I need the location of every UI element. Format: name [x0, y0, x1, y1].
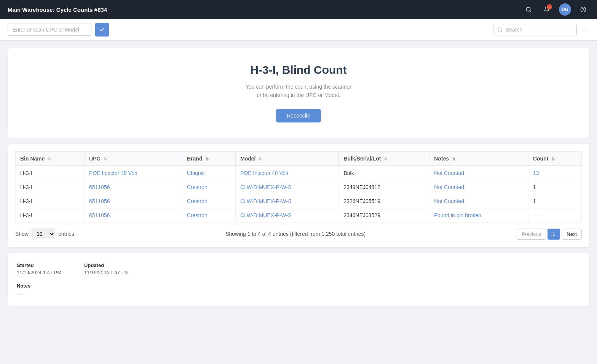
- svg-point-4: [498, 28, 501, 31]
- notification-button[interactable]: 2: [541, 3, 553, 16]
- updated-value: 11/19/2024 1:47 PM: [84, 270, 129, 275]
- model-link[interactable]: CLW-DIMUEX-P-W-S: [240, 212, 292, 218]
- table-row: H-3-I 6511056 Crestron CLW-DIMUEX-P-W-S …: [16, 208, 582, 222]
- model-link[interactable]: POE Injector 48 Volt: [240, 170, 288, 176]
- pagination-row: Show 10 25 50 100 entries Showing 1 to 4…: [15, 229, 582, 240]
- brand-cell: Crestron: [182, 208, 236, 222]
- col-bulk-serial-lot[interactable]: Bulk/Serial/Lot ⇅: [339, 151, 429, 166]
- confirm-button[interactable]: [95, 23, 109, 37]
- brand-link[interactable]: Crestron: [187, 184, 208, 190]
- count-cell: 13: [528, 166, 581, 180]
- toolbar: ···: [0, 19, 597, 41]
- upc-cell: 6511056: [85, 194, 182, 208]
- bin-name-cell: H-3-I: [16, 208, 85, 222]
- col-bin-name[interactable]: Bin Name ⇅: [16, 151, 85, 166]
- notes-link[interactable]: Not Counted: [434, 184, 464, 190]
- footer-meta-row: Started 11/19/2024 1:47 PM Updated 11/19…: [17, 262, 580, 275]
- started-value: 11/19/2024 1:47 PM: [17, 270, 61, 275]
- reconcile-button[interactable]: Reconcile: [276, 109, 321, 122]
- count-cell: 1: [533, 184, 536, 190]
- table-row: H-3-I 6511056 Crestron CLW-DIMUEX-P-W-S …: [16, 180, 582, 194]
- hero-title: H-3-I, Blind Count: [15, 64, 582, 76]
- hero-card: H-3-I, Blind Count You can perform the c…: [8, 48, 589, 138]
- notes-cell: Not Counted: [429, 166, 528, 180]
- count-cell: 1: [533, 198, 536, 204]
- col-notes[interactable]: Notes ⇅: [429, 151, 528, 166]
- upc-cell: 6511056: [85, 180, 182, 194]
- started-label: Started: [17, 262, 61, 268]
- notes-link[interactable]: Not Counted: [434, 198, 464, 204]
- brand-cell: Crestron: [182, 194, 236, 208]
- upc-link[interactable]: 6511056: [89, 184, 110, 190]
- upc-link[interactable]: 6511056: [89, 198, 110, 204]
- upc-cell: POE Injector 48 Volt: [85, 166, 182, 180]
- bin-name-cell: H-3-I: [16, 166, 85, 180]
- scan-input[interactable]: [8, 24, 91, 36]
- nav-icons: 2 DG: [522, 3, 589, 16]
- notification-badge: 2: [547, 4, 552, 10]
- pagination-buttons: Previous 1 Next: [517, 229, 582, 240]
- pagination-info: Showing 1 to 4 of 4 entries (filtered fr…: [225, 231, 366, 237]
- page-1-button[interactable]: 1: [548, 229, 560, 240]
- model-link[interactable]: CLW-DIMUEX-P-W-S: [240, 198, 292, 204]
- sort-icon-brand: ⇅: [205, 157, 209, 161]
- col-model[interactable]: Model ⇅: [236, 151, 339, 166]
- page-title: Main Warehouse: Cycle Counts #834: [8, 6, 522, 13]
- brand-cell: Crestron: [182, 180, 236, 194]
- search-box: [493, 24, 577, 35]
- count-link[interactable]: 13: [533, 170, 539, 176]
- upc-link[interactable]: 6511056: [89, 212, 110, 218]
- search-icon: [497, 27, 503, 32]
- previous-page-button[interactable]: Previous: [517, 229, 546, 240]
- started-block: Started 11/19/2024 1:47 PM: [17, 262, 61, 275]
- table-header-row: Bin Name ⇅ UPC ⇅ Brand ⇅ Model ⇅: [16, 151, 582, 166]
- bulk-serial-cell: 2349NEJ04812: [339, 180, 429, 194]
- search-icon-button[interactable]: [522, 3, 535, 16]
- brand-link[interactable]: Crestron: [187, 198, 208, 204]
- count-cell: —: [533, 212, 538, 218]
- bulk-serial-cell: 2326NEJ05519: [339, 194, 429, 208]
- count-cell: —: [528, 208, 581, 222]
- bulk-serial-cell: Bulk: [339, 166, 429, 180]
- col-count[interactable]: Count ⇅: [528, 151, 581, 166]
- col-brand[interactable]: Brand ⇅: [182, 151, 236, 166]
- model-cell: CLW-DIMUEX-P-W-S: [236, 180, 339, 194]
- notes-cell: Found in bin broken.: [429, 208, 528, 222]
- footer-card: Started 11/19/2024 1:47 PM Updated 11/19…: [8, 253, 589, 306]
- svg-line-5: [501, 31, 502, 32]
- notes-link[interactable]: Not Counted: [434, 170, 464, 176]
- count-cell: 1: [528, 194, 581, 208]
- bin-name-cell: H-3-I: [16, 180, 85, 194]
- table-card: Bin Name ⇅ UPC ⇅ Brand ⇅ Model ⇅: [8, 144, 589, 247]
- hero-subtitle: You can perform the count using the scan…: [15, 83, 582, 100]
- bulk-serial-cell: 2346NEJ03529: [339, 208, 429, 222]
- notes-link[interactable]: Found in bin broken.: [434, 212, 483, 218]
- brand-link[interactable]: Ubiquiti: [187, 170, 205, 176]
- upc-link[interactable]: POE Injector 48 Volt: [89, 170, 137, 176]
- entries-select[interactable]: 10 25 50 100: [32, 229, 55, 239]
- avatar[interactable]: DG: [559, 3, 571, 16]
- show-entries: Show 10 25 50 100 entries: [15, 229, 74, 239]
- more-options-button[interactable]: ···: [581, 26, 589, 34]
- table-row: H-3-I 6511056 Crestron CLW-DIMUEX-P-W-S …: [16, 194, 582, 208]
- model-cell: POE Injector 48 Volt: [236, 166, 339, 180]
- brand-link[interactable]: Crestron: [187, 212, 208, 218]
- svg-line-1: [530, 11, 531, 12]
- model-cell: CLW-DIMUEX-P-W-S: [236, 208, 339, 222]
- notes-cell: Not Counted: [429, 180, 528, 194]
- search-input[interactable]: [506, 27, 573, 33]
- count-cell: 1: [528, 180, 581, 194]
- col-upc[interactable]: UPC ⇅: [85, 151, 182, 166]
- sort-icon-notes: ⇅: [452, 157, 455, 161]
- upc-cell: 6511056: [85, 208, 182, 222]
- model-link[interactable]: CLW-DIMUEX-P-W-S: [240, 184, 292, 190]
- sort-icon-bulk: ⇅: [384, 157, 387, 161]
- next-page-button[interactable]: Next: [562, 229, 582, 240]
- notes-cell: Not Counted: [429, 194, 528, 208]
- help-button[interactable]: [577, 3, 589, 16]
- sort-icon-model: ⇅: [259, 157, 262, 161]
- notes-label: Notes: [17, 283, 580, 289]
- main-content: H-3-I, Blind Count You can perform the c…: [0, 41, 597, 313]
- updated-label: Updated: [84, 262, 129, 268]
- brand-cell: Ubiquiti: [182, 166, 236, 180]
